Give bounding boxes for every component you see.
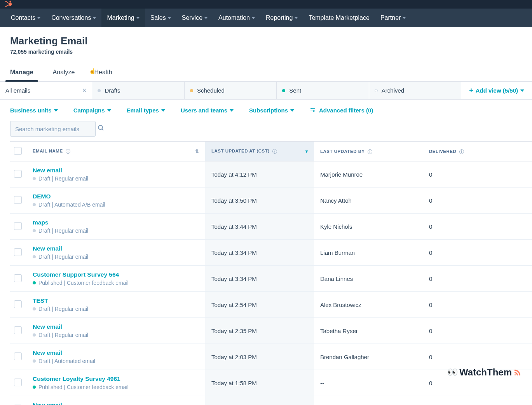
nav-marketing[interactable]: Marketing [101, 9, 145, 27]
email-name-link[interactable]: New email [33, 349, 199, 356]
add-view-button[interactable]: +Add view (5/50) [461, 82, 532, 99]
status-dot [33, 359, 36, 363]
email-name-link[interactable]: Customer Support Survey 564 [33, 271, 199, 278]
advanced-filters-button[interactable]: Advanced filters (0) [310, 107, 373, 114]
cell-updated-by: Steven Norbury [314, 396, 423, 405]
email-name-link[interactable]: TEST [33, 297, 199, 304]
info-icon: i [66, 149, 70, 154]
cell-last-updated: Today at 3:50 PM [205, 188, 314, 214]
close-icon[interactable]: × [82, 86, 87, 95]
nav-conversations[interactable]: Conversations [46, 9, 101, 27]
cell-delivered: 0 [423, 161, 532, 188]
search-icon[interactable] [94, 121, 108, 136]
filter-business-units[interactable]: Business units [10, 107, 58, 114]
filter-subscriptions[interactable]: Subscriptions [249, 107, 294, 114]
filter-users-and-teams[interactable]: Users and teams [181, 107, 234, 114]
svg-rect-1 [10, 1, 11, 3]
svg-point-10 [98, 125, 103, 130]
table-row: TEST Draft | Regular email Today at 2:54… [10, 292, 532, 318]
nav-partner[interactable]: Partner [375, 9, 411, 27]
tab-manage[interactable]: Manage [10, 65, 33, 81]
table-row: New email Draft | Automated email Today … [10, 344, 532, 370]
email-name-link[interactable]: Customer Loyalty Survey 4961 [33, 375, 199, 382]
row-checkbox[interactable] [14, 222, 22, 230]
nav-reporting[interactable]: Reporting [260, 9, 303, 27]
chevron-down-icon [204, 17, 208, 19]
row-checkbox[interactable] [14, 274, 22, 282]
page-title: Marketing Email [10, 35, 522, 47]
email-name-link[interactable]: New email [33, 245, 199, 252]
tab-analyze[interactable]: Analyze [53, 65, 75, 81]
sliders-icon [310, 107, 316, 114]
chevron-down-icon [230, 109, 234, 112]
select-all-checkbox[interactable] [14, 147, 22, 155]
table-row: Customer Support Survey 564 Published | … [10, 266, 532, 292]
table-row: New email Draft | Regular email Today at… [10, 318, 532, 344]
cell-updated-by: Tabetha Ryser [314, 318, 423, 344]
filter-email-types[interactable]: Email types [127, 107, 165, 114]
email-name-link[interactable]: DEMO [33, 193, 199, 200]
chevron-down-icon [37, 17, 40, 19]
chevron-down-icon [168, 17, 171, 19]
chevron-down-icon [520, 89, 524, 92]
view-tab-drafts[interactable]: Drafts [92, 82, 184, 99]
page-subtitle: 72,055 marketing emails [10, 49, 522, 55]
search-input[interactable] [10, 122, 94, 136]
cell-updated-by: Kyle Nichols [314, 214, 423, 240]
row-checkbox[interactable] [14, 379, 22, 386]
view-tab-archived[interactable]: Archived [369, 82, 461, 99]
row-checkbox[interactable] [14, 300, 22, 308]
status-dot [33, 229, 36, 232]
cell-updated-by: Brendan Gallagher [314, 344, 423, 370]
status-dot [33, 177, 36, 180]
chevron-down-icon [403, 17, 406, 19]
page-tabs: ManageAnalyzeHealth☝ [0, 58, 532, 82]
email-meta: Draft | Regular email [33, 175, 199, 182]
view-tab-scheduled[interactable]: Scheduled [185, 82, 277, 99]
nav-automation[interactable]: Automation [213, 9, 260, 27]
cell-updated-by: Marjorie Munroe [314, 161, 423, 188]
status-dot [33, 333, 36, 337]
column-updated-by[interactable]: LAST UPDATED BY i [314, 142, 423, 161]
filter-campaigns[interactable]: Campaigns [73, 107, 111, 114]
column-delivered[interactable]: DELIVERED i [423, 142, 532, 161]
nav-template-marketplace[interactable]: Template Marketplace [303, 9, 375, 27]
chevron-down-icon [252, 17, 255, 19]
row-checkbox[interactable] [14, 196, 22, 204]
info-icon: i [459, 149, 464, 154]
row-checkbox[interactable] [14, 248, 22, 256]
chevron-down-icon [161, 109, 165, 112]
view-tab-all-emails[interactable]: All emails× [0, 82, 92, 99]
cell-delivered: 0 [423, 214, 532, 240]
chevron-down-icon [295, 17, 298, 19]
nav-sales[interactable]: Sales [145, 9, 176, 27]
view-tab-sent[interactable]: Sent [277, 82, 369, 99]
column-last-updated[interactable]: LAST UPDATED AT (CST) i ▾ [205, 142, 314, 161]
cell-last-updated: Today at 2:54 PM [205, 292, 314, 318]
svg-point-7 [312, 108, 313, 109]
row-checkbox[interactable] [14, 352, 22, 360]
cell-updated-by: -- [314, 370, 423, 396]
cursor-pointer-icon: ☝ [89, 68, 96, 74]
sort-desc-icon: ▾ [305, 149, 308, 154]
row-checkbox[interactable] [14, 326, 22, 334]
status-dot [282, 89, 285, 92]
email-name-link[interactable]: New email [33, 167, 199, 174]
email-name-link[interactable]: maps [33, 219, 199, 226]
status-dot [33, 281, 36, 284]
email-name-link[interactable]: New email [33, 401, 199, 405]
status-dot [33, 386, 36, 389]
email-meta: Draft | Automated A/B email [33, 202, 199, 208]
email-name-link[interactable]: New email [33, 323, 199, 330]
tab-health[interactable]: Health☝ [94, 65, 112, 81]
email-meta: Published | Customer feedback email [33, 280, 199, 286]
column-email-name[interactable]: EMAIL NAME i ⇅ [26, 142, 205, 161]
table-row: DEMO Draft | Automated A/B email Today a… [10, 188, 532, 214]
nav-contacts[interactable]: Contacts [5, 9, 46, 27]
filters-row: Business unitsCampaignsEmail typesUsers … [0, 100, 532, 121]
row-checkbox[interactable] [14, 170, 22, 178]
nav-service[interactable]: Service [176, 9, 213, 27]
email-meta: Draft | Regular email [33, 306, 199, 312]
main-navbar: ContactsConversationsMarketingSalesServi… [0, 9, 532, 27]
owl-eyes-icon: 👀 [447, 367, 458, 377]
